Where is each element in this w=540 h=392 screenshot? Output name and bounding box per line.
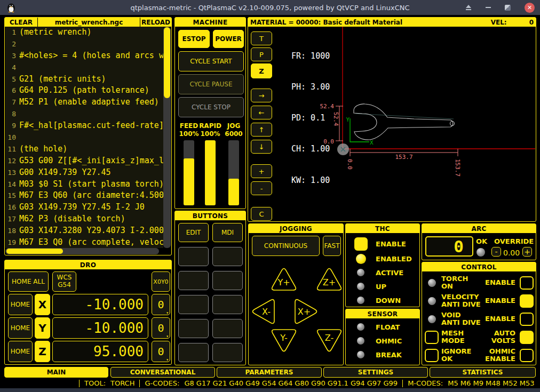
gcode-line: 16G03 X149.739 Y27.45 I-2 J0	[5, 202, 163, 213]
arc-panel: ARC 0 OK OVERRIDE - 0.00 +	[422, 223, 536, 260]
jog-fast-button[interactable]: FAST	[323, 236, 341, 256]
clear-button[interactable]: CLEAR	[5, 18, 38, 27]
dro-y-value: -10.000	[52, 317, 148, 339]
gcode-line: 1(metric wrench)	[5, 27, 163, 38]
zero-z-button[interactable]: 0▾	[152, 341, 170, 362]
x0y0-button[interactable]: X0Y0	[152, 271, 170, 292]
home-all-button[interactable]: HOME ALL	[8, 271, 49, 292]
power-button[interactable]: POWER	[213, 30, 244, 48]
user-button-blank[interactable]	[212, 295, 243, 314]
gcode-line: 19M67 E3 Q0 (arc complete, veloc	[5, 237, 163, 248]
loaded-file-name[interactable]: metric_wrench.ngc	[38, 18, 140, 27]
axis-x-button[interactable]: X	[35, 294, 50, 315]
gcode-vertical-scrollbar[interactable]	[163, 27, 171, 248]
arc-ok-led	[477, 248, 485, 257]
float-label: FLOAT	[376, 323, 400, 331]
user-button-blank[interactable]	[212, 319, 243, 338]
view-perspective-button[interactable]: P	[251, 47, 272, 61]
pan-up-icon[interactable]: ↑	[251, 123, 272, 137]
dropdown-arrow-icon: ▾	[166, 334, 169, 339]
control-header: CONTROL	[422, 262, 536, 271]
jog-y-plus-button[interactable]: Y+	[269, 266, 298, 291]
override-plus-button[interactable]: +	[522, 247, 532, 257]
user-button-blank[interactable]	[178, 271, 209, 290]
scrollbar-thumb[interactable]	[164, 27, 170, 98]
tab-main[interactable]: MAIN	[4, 367, 108, 378]
user-button-blank[interactable]	[178, 319, 209, 338]
torch-on-led	[428, 279, 436, 287]
feed-slider[interactable]	[184, 140, 194, 205]
zero-x-button[interactable]: 0▾	[152, 294, 170, 315]
close-icon[interactable]: ✕	[525, 3, 535, 13]
pan-right-icon[interactable]: →	[251, 89, 272, 102]
view-top-button[interactable]: T	[251, 31, 272, 45]
estop-button[interactable]: ESTOP	[178, 30, 210, 48]
window-bottom-edge	[0, 388, 540, 392]
thc-panel: THC ENABLE ENABLED ACTIVE UP DOWN	[345, 223, 420, 307]
ohmic-enable-checkbox[interactable]	[520, 349, 534, 362]
home-z-button[interactable]: HOME	[8, 341, 33, 362]
user-button-blank[interactable]	[178, 247, 209, 266]
gcode-horizontal-scrollbar[interactable]	[5, 248, 159, 254]
jog-x-plus-button[interactable]: X+	[294, 297, 320, 326]
edit-button[interactable]: EDIT	[178, 223, 209, 242]
reload-button[interactable]: RELOAD	[140, 18, 171, 27]
arc-voltage-display: 0	[425, 236, 473, 257]
dim-y-side-label: 52.4	[332, 112, 339, 126]
override-minus-button[interactable]: -	[491, 247, 501, 257]
jog-x-minus-button[interactable]: X-	[250, 297, 275, 326]
gcode-line: 2	[5, 38, 163, 50]
zoom-in-button[interactable]: +	[251, 164, 272, 178]
cycle-stop-button[interactable]: CYCLE STOP	[178, 97, 244, 117]
tab-statistics[interactable]: STATISTICS	[430, 367, 536, 378]
home-x-button[interactable]: HOME	[8, 294, 33, 315]
pan-down-icon[interactable]: ↓	[251, 140, 272, 154]
velocity-anti-dive-checkbox[interactable]	[520, 294, 534, 308]
divider	[79, 380, 80, 387]
user-button-blank[interactable]	[212, 271, 243, 290]
zero-y-button[interactable]: 0▾	[152, 317, 170, 339]
wcs-g54-button[interactable]: WCSG54	[52, 271, 76, 292]
shade-window-icon[interactable]	[465, 5, 472, 10]
tab-settings[interactable]: SETTINGS	[323, 367, 428, 378]
pan-left-icon[interactable]: ←	[251, 106, 272, 119]
torch-enable-checkbox[interactable]	[520, 276, 534, 290]
clear-view-button[interactable]: C	[251, 207, 272, 221]
thc-up-label: UP	[376, 283, 386, 291]
thc-enable-checkbox[interactable]	[354, 237, 368, 251]
cycle-start-button[interactable]: CYCLE START	[178, 51, 244, 71]
user-button-blank[interactable]	[212, 343, 243, 362]
minimize-icon[interactable]	[486, 7, 491, 8]
buttons-header: BUTTONS	[175, 211, 245, 220]
gcode-line: 8	[5, 108, 163, 120]
user-button-blank[interactable]	[212, 247, 243, 266]
void-anti-dive-checkbox[interactable]	[520, 313, 534, 326]
maximize-icon[interactable]	[505, 5, 511, 11]
mesh-mode-checkbox[interactable]	[425, 331, 439, 344]
auto-volts-checkbox[interactable]	[520, 331, 534, 344]
user-button-blank[interactable]	[178, 295, 209, 314]
thc-down-label: DOWN	[376, 297, 401, 305]
view-z-button[interactable]: Z	[251, 63, 272, 78]
axis-y-button[interactable]: Y	[35, 317, 50, 339]
user-button-blank[interactable]	[178, 343, 209, 362]
axis-z-button[interactable]: Z	[35, 341, 50, 362]
tab-conversational[interactable]: CONVERSATIONAL	[110, 367, 215, 378]
mdi-button[interactable]: MDI	[212, 223, 243, 242]
jog-continuous-button[interactable]: CONTINUOUS	[252, 236, 320, 256]
scrollbar-thumb[interactable]	[6, 249, 63, 254]
gcode-view[interactable]: 1(metric wrench) 2 3#<holes> = 4 (holes …	[5, 27, 163, 248]
rapid-slider[interactable]	[205, 140, 216, 205]
jog-y-minus-button[interactable]: Y-	[269, 329, 298, 354]
gcode-preview-plot[interactable]: 52.4 52.4 0.0 153.7 0.0 153.7 Y X FR: 10…	[249, 27, 535, 221]
jog-z-plus-button[interactable]: Z+	[315, 266, 344, 291]
material-label[interactable]: MATERIAL = 00000: Basic default Material	[250, 19, 402, 26]
jog-slider[interactable]	[228, 140, 239, 205]
home-y-button[interactable]: HOME	[8, 317, 33, 339]
dro-x-value: -10.000	[52, 294, 148, 315]
cycle-pause-button[interactable]: CYCLE PAUSE	[178, 74, 244, 94]
ignore-arc-ok-checkbox[interactable]	[425, 349, 439, 362]
zoom-out-button[interactable]: -	[251, 181, 272, 195]
jog-z-minus-button[interactable]: Z-	[315, 329, 344, 354]
tab-parameters[interactable]: PARAMETERS	[217, 367, 322, 378]
